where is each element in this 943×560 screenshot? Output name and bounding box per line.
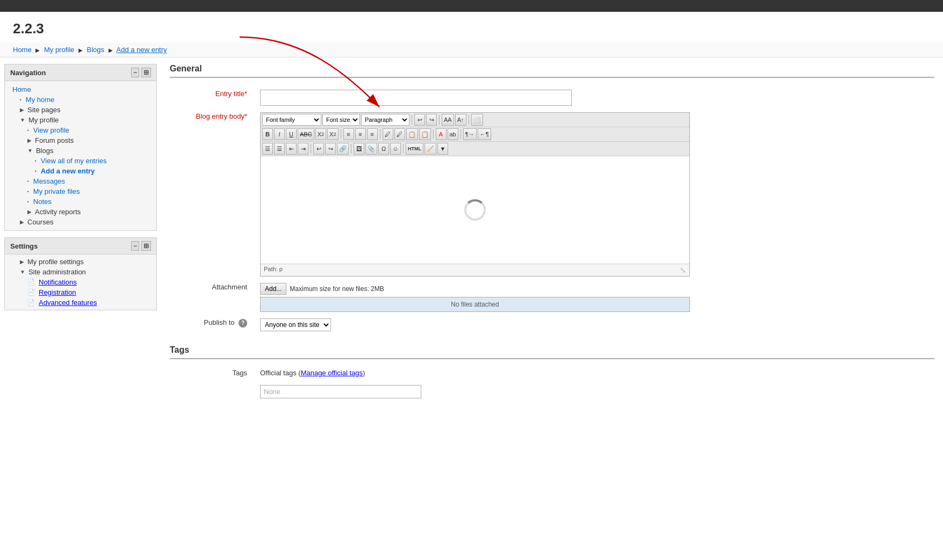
- breadcrumb-current[interactable]: Add a new entry: [117, 46, 167, 54]
- settings-grid-icon[interactable]: ⊞: [141, 241, 151, 251]
- tags-form-table: Tags Official tags (Manage official tags…: [170, 366, 934, 402]
- toolbar-paste-btn[interactable]: 📋: [406, 128, 418, 140]
- toolbar-html-btn[interactable]: HTML: [406, 143, 423, 155]
- settings-item-siteadmin[interactable]: ▼ Site administration: [5, 267, 156, 277]
- breadcrumb-home[interactable]: Home: [13, 46, 32, 54]
- toolbar-special2-btn[interactable]: A↑: [455, 114, 466, 126]
- nav-item-viewprofile[interactable]: ▪ View profile: [5, 125, 156, 135]
- toolbar-underline-btn[interactable]: U: [286, 128, 297, 140]
- toolbar-bold-btn[interactable]: B: [262, 128, 273, 140]
- toolbar-dir-ltr-btn[interactable]: ¶→: [463, 128, 477, 140]
- top-bar: [0, 0, 943, 12]
- sq-icon: ▪: [27, 128, 29, 133]
- toolbar-image-btn[interactable]: 🖼: [354, 143, 364, 155]
- attachment-label: Attachment: [212, 283, 247, 291]
- toolbar-ol-btn[interactable]: ☰: [274, 143, 285, 155]
- toolbar-color-btn[interactable]: 🖊: [383, 128, 393, 140]
- publish-help-icon[interactable]: ?: [239, 319, 247, 328]
- toolbar-indent-btn[interactable]: ⇥: [298, 143, 308, 155]
- toolbar-align-right-btn[interactable]: ≡: [367, 128, 378, 140]
- toolbar-bgcolor-btn[interactable]: ab: [448, 128, 458, 140]
- nav-item-forumposts[interactable]: ▶ Forum posts: [5, 135, 156, 146]
- publish-to-row: Publish to ? Anyone on this site Only me…: [170, 315, 934, 334]
- toolbar-special-char-btn[interactable]: Ω: [378, 143, 389, 155]
- toolbar-align-left-btn[interactable]: ≡: [343, 128, 354, 140]
- paragraph-select[interactable]: Paragraph: [361, 114, 409, 126]
- toolbar-special1-btn[interactable]: AA: [442, 114, 454, 126]
- tags-input[interactable]: [260, 385, 421, 398]
- nav-item-notes[interactable]: ▪ Notes: [5, 197, 156, 207]
- font-size-select[interactable]: Font size: [322, 114, 360, 126]
- font-family-select[interactable]: Font family: [262, 114, 321, 126]
- toolbar-fontcolor-btn[interactable]: A: [436, 128, 447, 140]
- toolbar-align-center-btn[interactable]: ≡: [355, 128, 366, 140]
- nav-sitepages-label: Site pages: [27, 106, 60, 114]
- settings-item-notifications[interactable]: 📄 Notifications: [5, 277, 156, 287]
- publish-to-label: Publish to: [204, 318, 234, 326]
- editor-resize-handle[interactable]: ⤡: [680, 266, 686, 274]
- tri-icon[interactable]: ▶: [20, 259, 24, 265]
- sq-icon: ▪: [35, 158, 37, 163]
- add-file-button[interactable]: Add...: [260, 283, 286, 295]
- nav-item-myprivatefiles[interactable]: ▪ My private files: [5, 186, 156, 197]
- toolbar-fullscreen-btn[interactable]: ⬜: [471, 114, 483, 126]
- settings-minimize-icon[interactable]: −: [131, 241, 139, 251]
- tri-icon[interactable]: ▶: [20, 107, 24, 113]
- tags-content-cell: Official tags (Manage official tags): [256, 366, 934, 402]
- settings-item-registration[interactable]: 📄 Registration: [5, 287, 156, 297]
- toolbar-undo2-btn[interactable]: ↩: [313, 143, 324, 155]
- nav-item-home[interactable]: Home: [5, 84, 156, 94]
- entry-title-row: Entry title*: [170, 86, 934, 109]
- tb-sep4: [341, 129, 341, 139]
- settings-item-myprofilesettings[interactable]: ▶ My profile settings: [5, 257, 156, 267]
- toolbar-dir-rtl-btn[interactable]: ←¶: [478, 128, 491, 140]
- navigation-block: Navigation − ⊞ Home ▪ My home ▶ Site pag…: [4, 64, 157, 231]
- tri-icon[interactable]: ▶: [27, 137, 32, 143]
- publish-to-label-cell: Publish to ?: [170, 315, 256, 334]
- toolbar-media-btn[interactable]: 📎: [365, 143, 377, 155]
- nav-item-viewallentries[interactable]: ▪ View all of my entries: [5, 156, 156, 166]
- toolbar-redo2-btn[interactable]: ↪: [325, 143, 336, 155]
- toolbar-cleanup-btn[interactable]: 🧹: [424, 143, 436, 155]
- toolbar-outdent-btn[interactable]: ⇤: [286, 143, 297, 155]
- nav-item-addnewentry[interactable]: ▪ Add a new entry: [5, 166, 156, 176]
- toolbar-pasteplain-btn[interactable]: 📋: [419, 128, 431, 140]
- entry-title-input[interactable]: [260, 90, 572, 106]
- tri-open-icon[interactable]: ▼: [20, 269, 25, 275]
- tri-icon[interactable]: ▶: [27, 209, 32, 215]
- toolbar-redo-btn[interactable]: ↪: [426, 114, 437, 126]
- toolbar-more-btn[interactable]: ▼: [437, 143, 448, 155]
- nav-item-sitepages[interactable]: ▶ Site pages: [5, 105, 156, 115]
- manage-official-tags-link[interactable]: Manage official tags: [301, 369, 363, 377]
- nav-minimize-icon[interactable]: −: [131, 68, 139, 77]
- nav-item-courses[interactable]: ▶ Courses: [5, 217, 156, 227]
- editor-body[interactable]: [261, 156, 689, 264]
- toolbar-italic-btn[interactable]: I: [274, 128, 285, 140]
- tb-sep3: [469, 115, 469, 125]
- tri-icon[interactable]: ▶: [20, 219, 24, 225]
- toolbar-link-btn[interactable]: 🔗: [337, 143, 349, 155]
- toolbar-sub-btn[interactable]: X2: [315, 128, 326, 140]
- attachment-row: Attachment Add... Maximum size for new f…: [170, 280, 934, 315]
- toolbar-ul-btn[interactable]: ☰: [262, 143, 273, 155]
- toolbar-strikethrough-btn[interactable]: ABC: [298, 128, 314, 140]
- tri-open-icon[interactable]: ▼: [20, 117, 25, 123]
- nav-grid-icon[interactable]: ⊞: [141, 68, 151, 77]
- toolbar-emoticon-btn[interactable]: ☺: [390, 143, 401, 155]
- breadcrumb-myprofile[interactable]: My profile: [44, 46, 74, 54]
- tri-open-icon[interactable]: ▼: [27, 148, 33, 154]
- nav-item-blogs[interactable]: ▼ Blogs: [5, 146, 156, 156]
- breadcrumb-blogs[interactable]: Blogs: [87, 46, 105, 54]
- nav-item-messages[interactable]: ▪ Messages: [5, 176, 156, 186]
- toolbar-highlight-btn[interactable]: 🖊: [394, 128, 405, 140]
- nav-item-activityreports[interactable]: ▶ Activity reports: [5, 207, 156, 217]
- nav-item-myprofile[interactable]: ▼ My profile: [5, 115, 156, 125]
- settings-item-advancedfeatures[interactable]: 📄 Advanced features: [5, 297, 156, 308]
- toolbar-sup-btn[interactable]: X2: [327, 128, 338, 140]
- loading-spinner: [464, 199, 486, 221]
- nav-item-myhome[interactable]: ▪ My home: [5, 94, 156, 105]
- tb-sep6: [433, 129, 434, 139]
- required-star: *: [244, 90, 247, 98]
- publish-to-select[interactable]: Anyone on this site Only me My friends: [260, 318, 331, 331]
- toolbar-undo-btn[interactable]: ↩: [414, 114, 425, 126]
